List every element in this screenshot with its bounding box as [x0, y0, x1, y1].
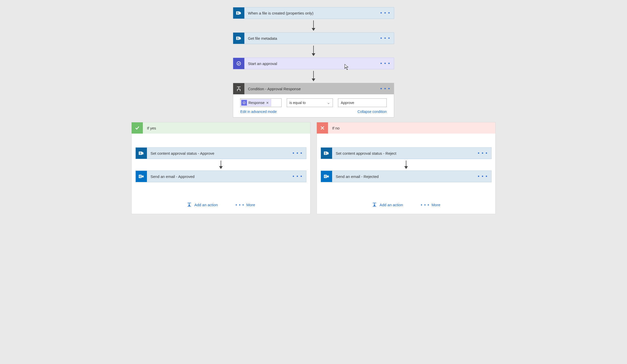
branch-header-yes: If yes: [132, 122, 310, 134]
remove-chip-icon[interactable]: ✕: [266, 101, 269, 105]
flow-arrow: [312, 71, 315, 81]
chip-label: Response: [248, 101, 265, 105]
svg-text:S: S: [237, 12, 239, 15]
svg-point-4: [237, 62, 241, 66]
condition-approval-response[interactable]: Condition - Approval Response • • • Resp…: [233, 83, 394, 118]
action-start-approval[interactable]: Start an approval • • •: [233, 58, 394, 69]
add-action-icon: [372, 202, 377, 207]
ellipsis-icon: • • •: [421, 203, 430, 207]
approval-icon: [241, 100, 247, 106]
close-icon: [317, 122, 328, 134]
dynamic-content-chip[interactable]: Response ✕: [241, 99, 271, 106]
add-action-button[interactable]: Add an action: [372, 202, 403, 207]
more-menu-icon[interactable]: • • •: [380, 86, 390, 92]
more-button[interactable]: • • • More: [421, 202, 440, 207]
step-title: Get file metadata: [244, 36, 394, 41]
svg-text:S: S: [325, 152, 327, 155]
svg-text:O: O: [324, 175, 327, 178]
svg-text:S: S: [140, 152, 141, 155]
condition-value: Approve: [341, 101, 354, 105]
branch-if-no: If no S Set content approval status - Re…: [317, 122, 496, 214]
more-label: More: [432, 203, 440, 207]
sharepoint-icon: S: [233, 7, 244, 19]
branch-header-no: If no: [317, 122, 495, 134]
more-menu-icon[interactable]: • • •: [293, 174, 303, 179]
step-title: When a file is created (properties only): [244, 11, 394, 15]
condition-body: Response ✕ is equal to ⌄ Approve Edit in…: [233, 94, 394, 117]
action-set-approval-status-reject[interactable]: S Set content approval status - Reject •…: [321, 147, 492, 159]
more-button[interactable]: • • • More: [236, 202, 255, 207]
outlook-icon: O: [136, 171, 147, 182]
svg-point-5: [243, 101, 245, 104]
condition-operator-select[interactable]: is equal to ⌄: [287, 98, 333, 107]
step-title: Send an email - Rejected: [332, 174, 491, 179]
ellipsis-icon: • • •: [236, 203, 244, 207]
branch-title: If no: [328, 126, 344, 130]
branch-if-yes: If yes S Set content approval status - A…: [131, 122, 310, 214]
collapse-condition-link[interactable]: Collapse condition: [358, 110, 387, 114]
sharepoint-icon: S: [321, 148, 332, 159]
condition-icon: [233, 83, 244, 94]
condition-value-input[interactable]: Approve: [338, 98, 387, 107]
add-action-label: Add an action: [194, 203, 218, 207]
flow-arrow: [219, 161, 223, 169]
step-title: Start an approval: [244, 61, 394, 66]
action-get-file-metadata[interactable]: S Get file metadata • • •: [233, 32, 394, 44]
action-send-email-rejected[interactable]: O Send an email - Rejected • • •: [321, 171, 492, 182]
svg-text:S: S: [237, 37, 239, 40]
condition-left-operand[interactable]: Response ✕: [240, 98, 282, 107]
more-menu-icon[interactable]: • • •: [380, 61, 390, 66]
step-title: Set content approval status - Reject: [332, 151, 491, 155]
condition-title: Condition - Approval Response: [244, 87, 394, 91]
add-action-label: Add an action: [380, 203, 403, 207]
svg-text:O: O: [139, 175, 141, 178]
edit-advanced-link[interactable]: Edit in advanced mode: [240, 110, 277, 114]
more-menu-icon[interactable]: • • •: [380, 10, 390, 16]
approval-icon: [233, 58, 244, 69]
sharepoint-icon: S: [136, 148, 147, 159]
step-title: Set content approval status - Approve: [147, 151, 306, 155]
branch-title: If yes: [143, 126, 160, 130]
sharepoint-icon: S: [233, 33, 244, 44]
more-label: More: [246, 203, 255, 207]
more-menu-icon[interactable]: • • •: [478, 151, 488, 156]
outlook-icon: O: [321, 171, 332, 182]
condition-header[interactable]: Condition - Approval Response • • •: [233, 83, 394, 94]
flow-arrow: [312, 46, 315, 56]
flow-arrow: [312, 20, 315, 31]
trigger-when-file-created[interactable]: S When a file is created (properties onl…: [233, 7, 394, 19]
add-action-button[interactable]: Add an action: [187, 202, 218, 207]
operator-value: is equal to: [290, 101, 306, 105]
more-menu-icon[interactable]: • • •: [478, 174, 488, 179]
check-icon: [132, 122, 143, 134]
flow-arrow: [404, 161, 408, 169]
more-menu-icon[interactable]: • • •: [380, 36, 390, 41]
action-set-approval-status-approve[interactable]: S Set content approval status - Approve …: [135, 147, 306, 159]
step-title: Send an email - Approved: [147, 174, 306, 179]
add-action-icon: [187, 202, 192, 207]
chevron-down-icon: ⌄: [327, 101, 330, 105]
action-send-email-approved[interactable]: O Send an email - Approved • • •: [135, 171, 306, 182]
more-menu-icon[interactable]: • • •: [293, 151, 303, 156]
